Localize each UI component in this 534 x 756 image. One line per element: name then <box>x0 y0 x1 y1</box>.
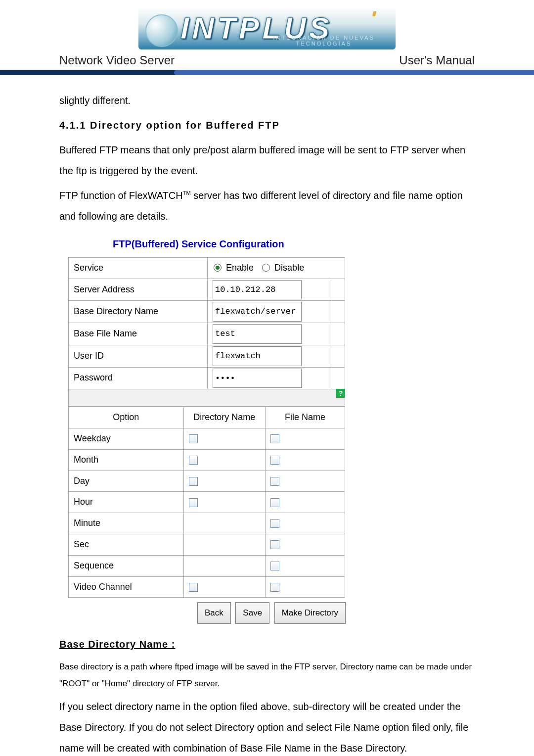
dir-checkbox[interactable] <box>189 456 198 465</box>
back-button[interactable]: Back <box>197 602 231 624</box>
label-server-address: Server Address <box>69 279 208 301</box>
para-base-dir: If you select directory name in the opti… <box>59 696 475 756</box>
input-base-file[interactable]: test <box>213 324 302 344</box>
manual-page: INTPLUS INTEGRACIÓN DE NUEVAS TECNOLOGÍA… <box>0 0 534 756</box>
option-file-cell <box>265 492 345 513</box>
col-filename: File Name <box>265 407 345 428</box>
save-button[interactable]: Save <box>235 602 269 624</box>
logo-accent-icon <box>372 11 376 16</box>
service-radio-group: Enable Disable <box>208 258 345 279</box>
input-password[interactable]: •••• <box>213 369 302 388</box>
label-user-id: User ID <box>69 345 208 367</box>
section-number: 4.1.1 <box>59 120 86 131</box>
file-checkbox[interactable] <box>270 498 279 507</box>
option-label: Sec <box>69 534 184 556</box>
option-label: Minute <box>69 513 184 534</box>
option-file-cell <box>265 534 345 556</box>
option-file-cell <box>265 555 345 576</box>
dir-checkbox[interactable] <box>189 498 198 507</box>
dir-checkbox[interactable] <box>189 477 198 486</box>
dir-checkbox[interactable] <box>189 434 198 443</box>
option-row: Sec <box>69 534 345 556</box>
option-dir-cell <box>183 428 265 450</box>
option-dir-cell <box>183 449 265 471</box>
option-dir-cell <box>183 555 265 576</box>
para-buffered-ftp: Buffered FTP means that only pre/post al… <box>59 140 475 181</box>
option-dir-cell <box>183 576 265 598</box>
label-base-dir: Base Directory Name <box>69 301 208 323</box>
col-option: Option <box>69 407 184 428</box>
option-table: Option Directory Name File Name WeekdayM… <box>68 407 345 598</box>
make-directory-button[interactable]: Make Directory <box>274 602 346 624</box>
option-label: Video Channel <box>69 576 184 598</box>
option-dir-cell <box>183 492 265 513</box>
label-service: Service <box>69 258 208 279</box>
file-checkbox[interactable] <box>270 562 279 570</box>
option-dir-cell <box>183 471 265 492</box>
file-checkbox[interactable] <box>270 519 279 528</box>
radio-disable-label: Disable <box>274 263 304 273</box>
logo-area: INTPLUS INTEGRACIÓN DE NUEVAS TECNOLOGÍA… <box>0 0 534 51</box>
option-row: Hour <box>69 492 345 513</box>
page-content: slightly different. 4.1.1 Directory opti… <box>0 75 534 756</box>
file-checkbox[interactable] <box>270 540 279 549</box>
input-user-id[interactable]: flexwatch <box>213 346 302 366</box>
option-file-cell <box>265 513 345 534</box>
help-icon[interactable]: ? <box>336 389 345 398</box>
option-row: Video Channel <box>69 576 345 598</box>
button-row: Back Save Make Directory <box>68 602 475 624</box>
file-checkbox[interactable] <box>270 434 279 443</box>
option-row: Weekday <box>69 428 345 450</box>
option-label: Sequence <box>69 555 184 576</box>
para-prev-continued: slightly different. <box>59 90 475 111</box>
header-row: Network Video Server User's Manual <box>0 51 534 67</box>
option-row: Sequence <box>69 555 345 576</box>
file-checkbox[interactable] <box>270 456 279 465</box>
ftp-config-panel: FTP(Buffered) Service Configuration Serv… <box>68 234 475 624</box>
option-dir-cell <box>183 534 265 556</box>
option-file-cell <box>265 471 345 492</box>
note-base-dir: Base directory is a path where ftped ima… <box>59 659 475 692</box>
heading-base-dir-name: Base Directory Name : <box>59 639 175 650</box>
para-ftp-function: FTP function of FlexWATCHTM server has t… <box>59 185 475 227</box>
header-divider <box>0 70 534 75</box>
option-file-cell <box>265 428 345 450</box>
col-dirname: Directory Name <box>183 407 265 428</box>
section-heading: 4.1.1 Directory option for Buffered FTP <box>59 115 475 136</box>
file-checkbox[interactable] <box>270 477 279 486</box>
option-label: Weekday <box>69 428 184 450</box>
input-server-address[interactable]: 10.10.212.28 <box>213 280 302 300</box>
file-checkbox[interactable] <box>270 583 279 592</box>
option-row: Minute <box>69 513 345 534</box>
radio-disable[interactable] <box>262 264 270 272</box>
dir-checkbox[interactable] <box>189 583 198 592</box>
radio-enable-label: Enable <box>226 263 254 273</box>
option-row: Day <box>69 471 345 492</box>
label-base-file: Base File Name <box>69 323 208 345</box>
header-left: Network Video Server <box>59 53 175 67</box>
intplus-logo: INTPLUS INTEGRACIÓN DE NUEVAS TECNOLOGÍA… <box>138 7 396 49</box>
logo-tagline: INTEGRACIÓN DE NUEVAS TECNOLOGÍAS <box>252 35 396 47</box>
trademark-sup: TM <box>183 190 191 196</box>
option-file-cell <box>265 576 345 598</box>
header-right: User's Manual <box>399 53 475 67</box>
option-label: Month <box>69 449 184 471</box>
option-dir-cell <box>183 513 265 534</box>
config-title: FTP(Buffered) Service Configuration <box>113 234 475 254</box>
config-table: Service Enable Disable Server Address 10… <box>68 257 345 407</box>
option-row: Month <box>69 449 345 471</box>
option-label: Day <box>69 471 184 492</box>
option-file-cell <box>265 449 345 471</box>
logo-circle-icon <box>145 14 178 47</box>
option-label: Hour <box>69 492 184 513</box>
input-base-dir[interactable]: flexwatch/server <box>213 302 302 322</box>
section-title: Directory option for Buffered FTP <box>86 120 279 131</box>
label-password: Password <box>69 367 208 389</box>
radio-enable[interactable] <box>214 264 222 272</box>
